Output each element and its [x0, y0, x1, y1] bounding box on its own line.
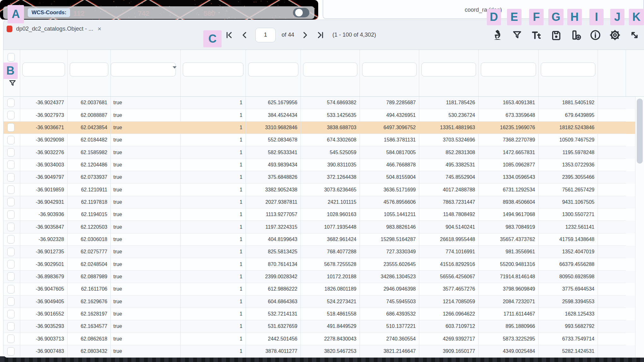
cell-u_cModelFlux[interactable]: 582.9533341 [246, 146, 301, 159]
cell-r_cModelFlux[interactable]: 3636.5171699 [360, 184, 419, 196]
cell-r_cModelFlux[interactable]: 494.4326951 [360, 109, 419, 121]
cell-g_cModelFlux[interactable]: 674.3302608 [301, 134, 360, 146]
cell-u_cModelFlux[interactable]: 1197.3224315 [246, 221, 301, 233]
table-row[interactable]: -36.904293162.1197818true12027.938781124… [3, 196, 635, 208]
filter-input-u_cModelFlux[interactable] [248, 63, 298, 76]
column-header-y_cModelFlux[interactable] [539, 50, 598, 96]
cell-r_cModelFlux[interactable]: 3821.2146647 [360, 345, 419, 358]
cell-coord_dec[interactable]: -36.9019859 [20, 184, 68, 196]
row-checkbox[interactable] [7, 285, 15, 293]
row-checkbox[interactable] [7, 322, 15, 331]
cell-coord_ra[interactable]: 62.0275777 [68, 246, 111, 258]
row-checkbox[interactable] [7, 198, 15, 206]
table-row[interactable]: -36.901655262.1628197true1532.7214131518… [3, 308, 635, 320]
save-icon[interactable] [551, 29, 562, 41]
cell-refExtendedness[interactable]: 1 [181, 320, 246, 333]
cell-y_cModelFlux[interactable]: 9431.1067505 [539, 196, 598, 208]
cell-coord_dec[interactable]: -36.903936 [20, 208, 68, 221]
cell-coord_dec[interactable]: -36.9049797 [20, 171, 68, 184]
row-checkbox[interactable] [7, 223, 15, 231]
cell-coord_dec[interactable]: -36.8983679 [20, 271, 68, 283]
cell-coord_ra[interactable]: 62.1220503 [68, 221, 111, 233]
cell-coord_ra[interactable]: 62.0088887 [68, 109, 111, 121]
cell-g_cModelFlux[interactable]: 2278.8430043 [301, 333, 360, 345]
table-row[interactable]: -36.900748362.0803432true13878.401127738… [3, 345, 635, 358]
cell-y_cModelFlux[interactable]: 1300.5507271 [539, 208, 598, 221]
cell-r_cModelFlux[interactable]: 504.8155904 [360, 171, 419, 184]
cell-detect_isPrimary[interactable]: true [111, 146, 181, 159]
cell-coord_ra[interactable]: 62.1197818 [68, 196, 111, 208]
cell-u_cModelFlux[interactable]: 375.6848826 [246, 171, 301, 184]
table-row[interactable]: -36.901273562.0275777true1825.5813425768… [3, 246, 635, 258]
cell-refExtendedness[interactable]: 1 [181, 171, 246, 184]
cell-refExtendedness[interactable]: 1 [181, 184, 246, 196]
cell-i_cModelFlux[interactable]: 852.2831308 [419, 146, 479, 159]
cell-detect_isPrimary[interactable]: true [111, 296, 181, 308]
cell-refExtendedness[interactable]: 1 [181, 146, 246, 159]
table-row[interactable]: -36.903584762.1220503true11197.322431510… [3, 221, 635, 233]
cell-coord_ra[interactable]: 62.0184482 [68, 134, 111, 146]
cell-y_cModelFlux[interactable]: 80950.6928598 [539, 271, 598, 283]
cell-coord_ra[interactable]: 62.0733937 [68, 171, 111, 184]
row-checkbox[interactable] [7, 111, 15, 119]
last-page-icon[interactable] [316, 30, 325, 40]
table-row[interactable]: -36.903529362.1634577true1531.6327659491… [3, 320, 635, 333]
cell-u_cModelFlux[interactable]: 604.6864363 [246, 296, 301, 308]
previous-page-icon[interactable] [240, 30, 249, 40]
cell-refExtendedness[interactable]: 1 [181, 122, 246, 134]
cell-coord_dec[interactable]: -36.9007483 [20, 345, 68, 358]
cell-detect_isPrimary[interactable]: true [111, 122, 181, 134]
text-view-icon[interactable] [531, 29, 542, 41]
cell-i_cModelFlux[interactable]: 7863.7231447 [419, 196, 479, 208]
cell-refExtendedness[interactable]: 1 [181, 208, 246, 221]
cell-r_cModelFlux[interactable]: 1055.1441211 [360, 208, 419, 221]
cell-y_cModelFlux[interactable]: 5282.1424531 [539, 345, 598, 358]
cell-coord_dec[interactable]: -36.9024377 [20, 97, 68, 109]
cell-z_cModelFlux[interactable]: 2084.7232071 [479, 296, 539, 308]
cell-u_cModelFlux[interactable]: 493.9839434 [246, 159, 301, 171]
table-row[interactable]: -36.902950162.0248504true1870.7614134567… [3, 258, 635, 270]
cell-detect_isPrimary[interactable]: true [111, 196, 181, 208]
cell-y_cModelFlux[interactable]: 1628.125433 [539, 308, 598, 320]
cell-y_cModelFlux[interactable]: 6733.7549714 [539, 333, 598, 345]
table-row[interactable]: -36.902797362.0088887true1384.4524434533… [3, 109, 635, 121]
cell-refExtendedness[interactable]: 1 [181, 134, 246, 146]
cell-i_cModelFlux[interactable]: 3703.5324696 [419, 134, 479, 146]
close-icon[interactable]: × [97, 25, 102, 33]
column-header-z_cModelFlux[interactable] [479, 50, 539, 96]
filter-input-r_cModelFlux[interactable] [362, 63, 417, 76]
column-header-refExtendedness[interactable] [181, 50, 246, 96]
cell-r_cModelFlux[interactable]: 15298.5164287 [360, 233, 419, 246]
cell-z_cModelFlux[interactable]: 673.3359648 [479, 109, 539, 121]
cell-coord_ra[interactable]: 62.0803432 [68, 345, 111, 358]
cell-coord_dec[interactable]: -36.9029501 [20, 258, 68, 270]
cell-z_cModelFlux[interactable]: 981.3556961 [479, 246, 539, 258]
table-row[interactable]: -36.903400362.1204486true1493.9839434390… [3, 159, 635, 171]
cell-coord_dec[interactable]: -36.9035293 [20, 320, 68, 333]
cell-z_cModelFlux[interactable]: 895.1880966 [479, 320, 539, 333]
cell-detect_isPrimary[interactable]: true [111, 109, 181, 121]
filter-input-g_cModelFlux[interactable] [303, 63, 357, 76]
row-checkbox[interactable] [7, 185, 15, 194]
cell-r_cModelFlux[interactable]: 23555.602645 [360, 258, 419, 270]
cell-i_cModelFlux[interactable]: 4269.9392717 [419, 333, 479, 345]
cell-i_cModelFlux[interactable]: 1181.785426 [419, 97, 479, 109]
cell-y_cModelFlux[interactable]: 66379.4556288 [539, 258, 598, 270]
cell-r_cModelFlux[interactable]: 6497.3096752 [360, 122, 419, 134]
cell-z_cModelFlux[interactable]: 55200.9481316 [479, 258, 539, 270]
cell-u_cModelFlux[interactable]: 2442.501456 [246, 333, 301, 345]
cell-g_cModelFlux[interactable]: 533.1425635 [301, 109, 360, 121]
cell-z_cModelFlux[interactable]: 16235.1969076 [479, 122, 539, 134]
cell-refExtendedness[interactable]: 1 [181, 258, 246, 270]
cell-y_cModelFlux[interactable]: 7561.2657429 [539, 184, 598, 196]
cell-refExtendedness[interactable]: 1 [181, 97, 246, 109]
cell-r_cModelFlux[interactable]: 789.2285687 [360, 97, 419, 109]
column-header-coord_ra[interactable] [68, 50, 111, 96]
cell-z_cModelFlux[interactable]: 8938.4506604 [479, 196, 539, 208]
cell-coord_dec[interactable]: -36.9049405 [20, 296, 68, 308]
row-checkbox[interactable] [7, 136, 15, 144]
cell-coord_ra[interactable]: 62.1204486 [68, 159, 111, 171]
cell-coord_ra[interactable]: 62.1611706 [68, 283, 111, 295]
cell-z_cModelFlux[interactable]: 1472.6657831 [479, 146, 539, 159]
cell-coord_dec[interactable]: -36.9047605 [20, 283, 68, 295]
